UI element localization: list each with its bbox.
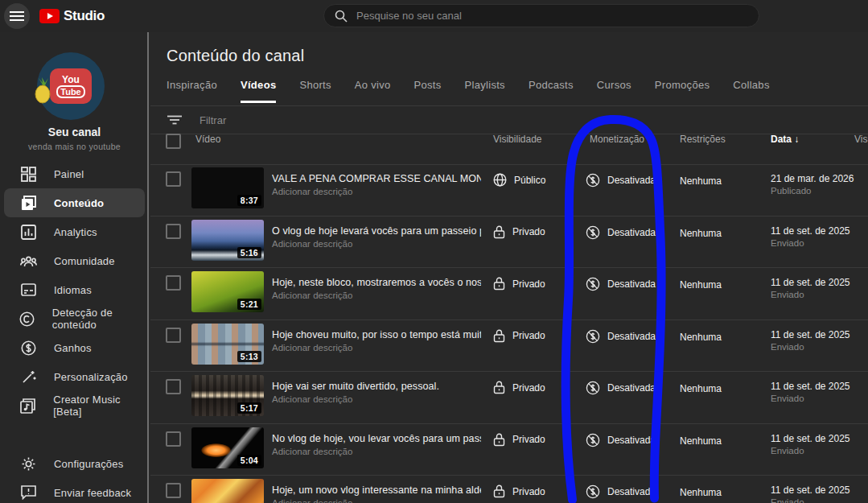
video-description[interactable]: Adicionar descrição (272, 291, 352, 300)
video-thumbnail[interactable]: 5:04 (191, 427, 264, 468)
restrictions-cell[interactable]: Nenhuma (680, 332, 722, 343)
column-date-sort[interactable]: Data ↓ (771, 134, 799, 145)
sidebar-item-analytics[interactable]: Analytics (0, 217, 149, 246)
video-description[interactable]: Adicionar descrição (272, 343, 352, 353)
video-description[interactable]: Adicionar descrição (272, 447, 352, 456)
restrictions-cell[interactable]: Nenhuma (680, 435, 722, 447)
filter-bar[interactable]: Filtrar (150, 106, 868, 134)
column-video[interactable]: Vídeo (195, 134, 220, 145)
music-icon (19, 398, 36, 414)
video-description[interactable]: Adicionar descrição (272, 187, 352, 196)
restrictions-cell[interactable]: Nenhuma (680, 175, 722, 187)
sidebar-scrollbar[interactable] (147, 32, 149, 503)
visibility-cell[interactable]: Privado (493, 329, 545, 343)
sidebar-item-idiomas[interactable]: Idiomas (0, 275, 149, 304)
select-all-checkbox[interactable] (166, 134, 181, 149)
duration-badge: 5:13 (237, 351, 261, 362)
video-description[interactable]: Adicionar descrição (272, 498, 352, 503)
sidebar-item-comunidade[interactable]: Comunidade (0, 246, 149, 275)
tab-inspiracao[interactable]: Inspiração (167, 79, 217, 103)
analytics-icon (19, 225, 37, 240)
search-input[interactable]: Pesquise no seu canal (323, 4, 759, 27)
restrictions-cell[interactable]: Nenhuma (680, 279, 722, 291)
row-checkbox[interactable] (166, 224, 181, 239)
visibility-cell[interactable]: Privado (493, 484, 545, 498)
column-monetization[interactable]: Monetização (590, 134, 644, 145)
tab-playlists[interactable]: Playlists (465, 79, 505, 103)
video-description[interactable]: Adicionar descrição (272, 239, 352, 249)
restrictions-cell[interactable]: Nenhuma (680, 383, 722, 394)
visibility-cell[interactable]: Privado (493, 433, 545, 447)
visibility-cell[interactable]: Privado (493, 381, 545, 394)
column-visibility[interactable]: Visibilidade (493, 134, 542, 145)
row-checkbox[interactable] (166, 171, 181, 187)
sidebar-item-personalizacao[interactable]: Personalização (0, 362, 149, 391)
video-title[interactable]: Hoje, um novo vlog interessante na minha… (272, 484, 481, 496)
column-views[interactable]: Visualizações (854, 134, 868, 145)
tab-shorts[interactable]: Shorts (299, 79, 331, 103)
video-description[interactable]: Adicionar descrição (272, 394, 352, 404)
row-checkbox[interactable] (166, 328, 181, 343)
tab-posts[interactable]: Posts (414, 79, 442, 103)
channel-name[interactable]: Seu canal (0, 126, 149, 138)
monetization-cell[interactable]: Desativada (586, 329, 656, 344)
sidebar-item-creator-music[interactable]: Creator Music [Beta] (0, 391, 149, 420)
table-row[interactable]: 5:13 Hoje choveu muito, por isso o tempo… (150, 320, 868, 373)
video-thumbnail[interactable]: 5:17 (191, 375, 264, 416)
studio-logo[interactable]: Studio (39, 8, 105, 24)
monetization-cell[interactable]: Desativada (586, 381, 656, 395)
video-title[interactable]: VALE A PENA COMPRAR ESSE CANAL MONETIZAD… (272, 173, 481, 184)
video-title[interactable]: No vlog de hoje, vou levar vocês para um… (272, 433, 481, 444)
video-thumbnail[interactable]: 5:21 (191, 271, 264, 312)
copyright-icon (19, 311, 35, 327)
restrictions-cell[interactable]: Nenhuma (680, 228, 722, 239)
sidebar-item-deteccao[interactable]: Detecção de conteúdo (0, 304, 149, 333)
row-checkbox[interactable] (166, 379, 181, 394)
tab-ao-vivo[interactable]: Ao vivo (355, 79, 391, 103)
lock-icon (493, 433, 505, 447)
tab-cursos[interactable]: Cursos (597, 79, 631, 103)
menu-hamburger-button[interactable] (4, 3, 30, 29)
row-checkbox[interactable] (166, 275, 181, 291)
filter-icon (167, 115, 182, 125)
monetization-cell[interactable]: Desativada (586, 225, 656, 240)
tab-promocoes[interactable]: Promoções (655, 79, 710, 103)
video-thumbnail[interactable]: 5:13 (191, 324, 264, 365)
sidebar-item-painel[interactable]: Painel (0, 159, 149, 188)
video-thumbnail[interactable] (191, 479, 264, 503)
visibility-cell[interactable]: Público (493, 173, 545, 187)
tab-podcasts[interactable]: Podcasts (529, 79, 574, 103)
sidebar-item-enviar-feedback[interactable]: Enviar feedback (0, 478, 149, 503)
table-row[interactable]: 8:37 VALE A PENA COMPRAR ESSE CANAL MONE… (150, 164, 868, 216)
row-checkbox[interactable] (166, 431, 181, 447)
video-title[interactable]: O vlog de hoje levará vocês para um pass… (272, 225, 481, 237)
visibility-cell[interactable]: Privado (493, 225, 545, 239)
sidebar-item-conteudo[interactable]: Conteúdo (4, 188, 145, 217)
monetization-cell[interactable]: Desativada (586, 173, 656, 188)
tab-videos[interactable]: Vídeos (241, 79, 276, 103)
table-row[interactable]: 5:04 No vlog de hoje, vou levar vocês pa… (150, 424, 868, 476)
video-title[interactable]: Hoje choveu muito, por isso o tempo está… (272, 329, 481, 340)
column-restrictions[interactable]: Restrições (680, 134, 726, 145)
table-row[interactable]: 5:17 Hoje vai ser muito divertido, pesso… (150, 372, 868, 424)
hamburger-icon (10, 10, 24, 22)
sidebar-item-configuracoes[interactable]: Configurações (0, 449, 149, 478)
video-title[interactable]: Hoje vai ser muito divertido, pessoal. (272, 381, 481, 392)
monetization-cell[interactable]: Desativada (586, 277, 656, 291)
monetization-cell[interactable]: Desativada (586, 433, 656, 447)
table-row[interactable]: 5:21 Hoje, neste bloco, mostraremos a vo… (150, 268, 868, 320)
tab-collabs[interactable]: Collabs (733, 79, 769, 103)
duration-badge: 5:16 (237, 247, 261, 258)
row-checkbox[interactable] (166, 483, 181, 498)
video-title[interactable]: Hoje, neste bloco, mostraremos a vocês o… (272, 277, 481, 288)
visibility-cell[interactable]: Privado (493, 277, 545, 291)
table-row[interactable]: Hoje, um novo vlog interessante na minha… (150, 476, 868, 503)
table-row[interactable]: 5:16 O vlog de hoje levará vocês para um… (150, 216, 868, 269)
sidebar-item-ganhos[interactable]: Ganhos (0, 333, 149, 362)
column-date-label: Data (771, 134, 792, 145)
visibility-label: Privado (512, 226, 545, 237)
video-thumbnail[interactable]: 8:37 (191, 167, 264, 208)
restrictions-cell[interactable]: Nenhuma (680, 487, 722, 498)
monetization-cell[interactable]: Desativada (586, 484, 656, 499)
video-thumbnail[interactable]: 5:16 (191, 220, 264, 261)
